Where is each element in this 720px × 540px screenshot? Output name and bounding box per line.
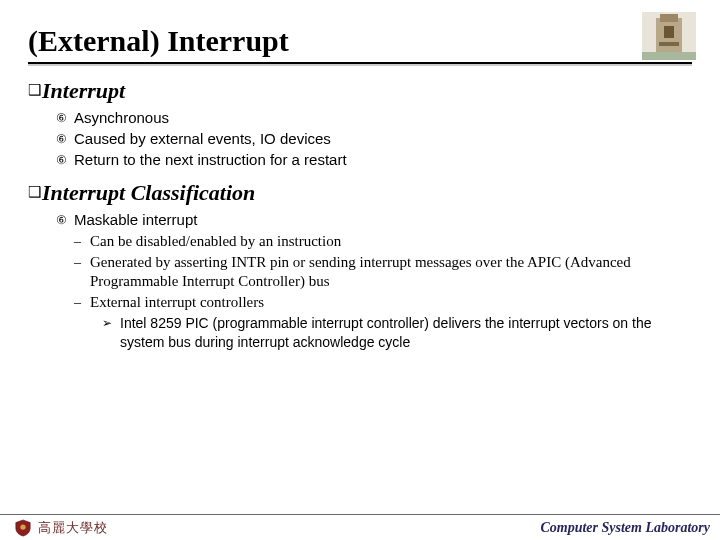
list-item: ⑥ Return to the next instruction for a r… xyxy=(56,150,692,170)
list-item: ⑥ Caused by external events, IO devices xyxy=(56,129,692,149)
circled-bullet-icon: ⑥ xyxy=(56,108,74,128)
list-item: ⑥ Maskable interrupt xyxy=(56,210,692,230)
list-item-text: Generated by asserting INTR pin or sendi… xyxy=(90,253,692,291)
dash-bullet-icon: – xyxy=(74,253,90,272)
list-item-text: Maskable interrupt xyxy=(74,210,197,230)
circled-bullet-icon: ⑥ xyxy=(56,150,74,170)
dash-bullet-icon: – xyxy=(74,293,90,312)
svg-rect-2 xyxy=(660,14,678,22)
list-item-text: Can be disabled/enabled by an instructio… xyxy=(90,232,341,251)
list-item: ➢ Intel 8259 PIC (programmable interrupt… xyxy=(102,314,692,352)
bullet-group: ⑥ Asynchronous ⑥ Caused by external even… xyxy=(28,108,692,170)
svg-rect-5 xyxy=(642,52,696,60)
crest-icon xyxy=(14,519,32,537)
square-bullet-icon: ❑ xyxy=(28,180,42,204)
section-heading: ❑ Interrupt Classification xyxy=(28,180,692,206)
section-heading: ❑ Interrupt xyxy=(28,78,692,104)
slide-title: (External) Interrupt xyxy=(28,24,289,60)
slide-body: ❑ Interrupt ⑥ Asynchronous ⑥ Caused by e… xyxy=(28,64,692,352)
list-item: – Generated by asserting INTR pin or sen… xyxy=(74,253,692,291)
footer-left: 高麗大學校 xyxy=(14,519,108,537)
square-bullet-icon: ❑ xyxy=(28,78,42,102)
list-item-text: External interrupt controllers xyxy=(90,293,264,312)
list-item: – Can be disabled/enabled by an instruct… xyxy=(74,232,692,251)
svg-rect-3 xyxy=(664,26,674,38)
title-row: (External) Interrupt xyxy=(28,12,692,60)
footer-university-name: 高麗大學校 xyxy=(38,519,108,537)
svg-point-6 xyxy=(20,524,25,529)
list-item-text: Asynchronous xyxy=(74,108,169,128)
list-item: – External interrupt controllers xyxy=(74,293,692,312)
circled-bullet-icon: ⑥ xyxy=(56,210,74,230)
footer-lab-name: Computer System Laboratory xyxy=(540,520,710,536)
dash-bullet-icon: – xyxy=(74,232,90,251)
list-item: ⑥ Asynchronous xyxy=(56,108,692,128)
list-item-text: Intel 8259 PIC (programmable interrupt c… xyxy=(120,314,692,352)
svg-rect-4 xyxy=(659,42,679,46)
slide-footer: 高麗大學校 Computer System Laboratory xyxy=(0,514,720,540)
section-heading-text: Interrupt xyxy=(42,78,125,104)
section-heading-text: Interrupt Classification xyxy=(42,180,255,206)
list-item-text: Return to the next instruction for a res… xyxy=(74,150,347,170)
list-item-text: Caused by external events, IO devices xyxy=(74,129,331,149)
tower-image xyxy=(642,12,696,60)
circled-bullet-icon: ⑥ xyxy=(56,129,74,149)
sub-bullet-group: – Can be disabled/enabled by an instruct… xyxy=(56,232,692,352)
triangle-bullet-icon: ➢ xyxy=(102,314,120,333)
bullet-group: ⑥ Maskable interrupt – Can be disabled/e… xyxy=(28,210,692,352)
subsub-bullet-group: ➢ Intel 8259 PIC (programmable interrupt… xyxy=(74,314,692,352)
slide: (External) Interrupt ❑ Interrupt ⑥ Async… xyxy=(0,0,720,540)
